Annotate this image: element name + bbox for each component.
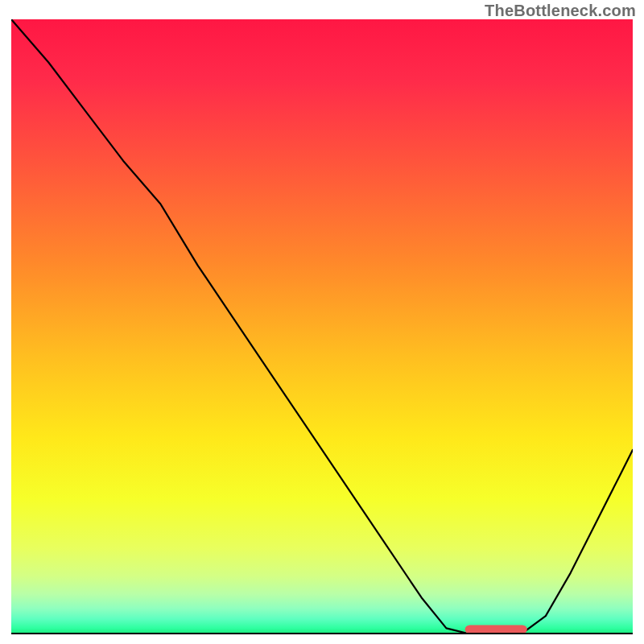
chart-container: TheBottleneck.com [0,0,644,644]
watermark-text: TheBottleneck.com [485,2,636,20]
chart-plot [11,19,633,634]
x-axis-baseline [11,633,633,634]
gradient-background [11,19,633,634]
